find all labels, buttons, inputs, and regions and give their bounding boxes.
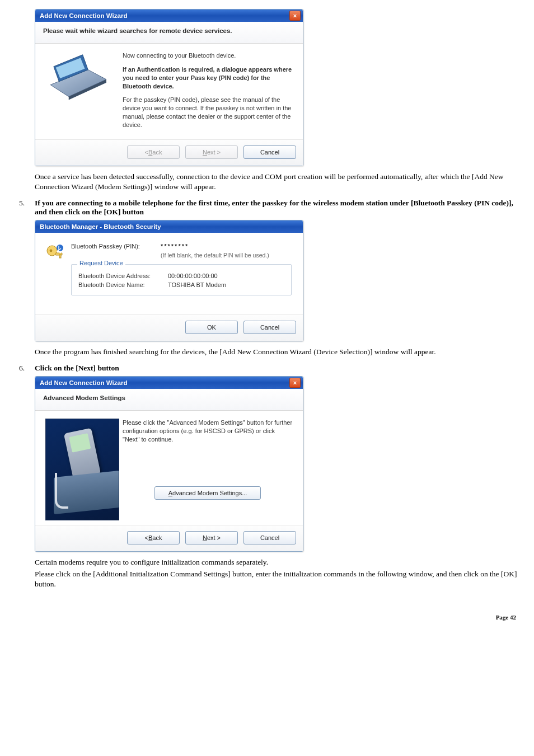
window-title: Add New Connection Wizard [40, 379, 127, 386]
advanced-modem-dialog: Add New Connection Wizard × Advanced Mod… [35, 376, 303, 552]
bluetooth-key-icon [45, 244, 64, 263]
next-button: Next > [185, 145, 238, 159]
passkey-sub: (If left blank, the default PIN will be … [161, 252, 292, 259]
ok-button[interactable]: OK [185, 321, 238, 334]
titlebar[interactable]: Add New Connection Wizard × [35, 10, 303, 22]
titlebar[interactable]: Add New Connection Wizard × [35, 377, 303, 389]
name-value: TOSHIBA BT Modem [168, 281, 226, 288]
msg-auth: If an Authentication is required, a dial… [123, 65, 293, 91]
svg-point-8 [57, 245, 63, 251]
wizard-search-dialog: Add New Connection Wizard × Please wait … [35, 9, 303, 166]
step6-text: Click on the [Next] button [35, 364, 518, 373]
step5-text: If you are connecting to a mobile teleph… [35, 199, 518, 217]
cancel-button[interactable]: Cancel [243, 145, 296, 159]
step-number: 5. [19, 199, 35, 208]
advanced-modem-settings-button[interactable]: Advanced Modem Settings... [154, 486, 261, 500]
window-title: Add New Connection Wizard [40, 12, 127, 19]
cancel-button[interactable]: Cancel [243, 321, 296, 334]
titlebar[interactable]: Bluetooth Manager - Bluetooth Security [35, 220, 303, 233]
addr-label: Bluetooth Device Address: [78, 273, 168, 279]
name-label: Bluetooth Device Name: [78, 281, 168, 288]
dialog-heading: Advanced Modem Settings [35, 389, 303, 411]
bluetooth-security-dialog: Bluetooth Manager - Bluetooth Security B… [35, 220, 303, 341]
msg-advanced: Please click the "Advanced Modem Setting… [123, 419, 293, 444]
passkey-label: Bluetooth Passkey (PIN): [71, 243, 161, 250]
msg-connecting: Now connecting to your Bluetooth device. [123, 51, 293, 60]
passkey-input[interactable]: ******** [161, 243, 189, 250]
dialog-heading: Please wait while wizard searches for re… [35, 22, 303, 44]
para-modems-config: Certain modems require you to configure … [35, 557, 518, 567]
svg-rect-6 [59, 255, 61, 258]
window-title: Bluetooth Manager - Bluetooth Security [40, 223, 161, 230]
wizard-illustration [45, 51, 118, 106]
cancel-button[interactable]: Cancel [243, 531, 296, 544]
back-button[interactable]: < Back [127, 531, 180, 544]
close-icon[interactable]: × [289, 378, 301, 388]
para-service-detected: Once a service has been detected success… [35, 172, 518, 192]
page-number: Page 42 [16, 614, 516, 621]
back-button: < Back [127, 145, 180, 159]
svg-point-7 [50, 250, 53, 252]
request-device-fieldset: Request Device Bluetooth Device Address:… [71, 264, 292, 295]
next-button[interactable]: Next > [185, 531, 238, 544]
wizard-illustration [45, 419, 118, 520]
para-modems-click: Please click on the [Additional Initiali… [35, 569, 518, 589]
close-icon[interactable]: × [289, 11, 301, 21]
step-number: 6. [19, 364, 35, 373]
para-search-finished: Once the program has finished searching … [35, 347, 518, 357]
addr-value: 00:00:00:00:00:00 [168, 273, 218, 279]
msg-manual: For the passkey (PIN code), please see t… [123, 96, 293, 129]
fieldset-legend: Request Device [77, 260, 125, 266]
